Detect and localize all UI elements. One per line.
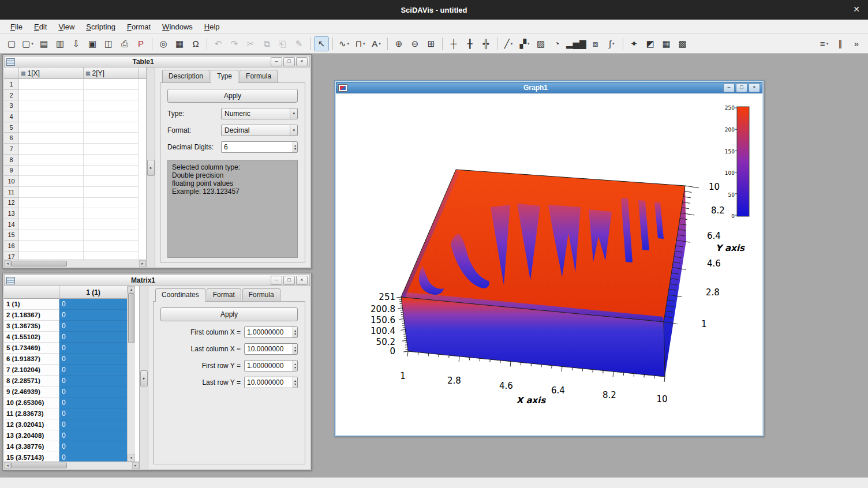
matrix1-row-header[interactable]: 11 (2.83673) <box>4 408 59 419</box>
table1-cell[interactable] <box>84 219 139 230</box>
matrix1-row-header[interactable]: 8 (2.28571) <box>4 376 59 386</box>
graph1-close-button[interactable]: × <box>749 83 760 92</box>
toolbar-add-image-icon[interactable]: ▨ <box>533 36 548 51</box>
matrix1-cell-selected[interactable]: 0 <box>59 397 127 408</box>
menu-view[interactable]: View <box>53 21 80 33</box>
matrix1-vscroll-track[interactable] <box>128 343 135 455</box>
table1-row-number[interactable]: 2 <box>4 90 19 101</box>
matrix1-cell-selected[interactable]: 0 <box>59 376 127 386</box>
toolbar-zoom-in-icon[interactable]: ⊕ <box>391 36 406 51</box>
menu-scripting[interactable]: Scripting <box>80 21 121 33</box>
matrix1-cell-selected[interactable]: 0 <box>59 354 127 365</box>
toolbar-screen-reader-icon[interactable]: ┼ <box>446 36 461 51</box>
toolbar-plot-3d-surface-icon[interactable]: ◩ <box>643 36 658 51</box>
matrix1-cell-selected[interactable]: 0 <box>59 452 127 461</box>
menu-help[interactable]: Help <box>199 21 226 33</box>
decimal-digits-spinbox[interactable]: 6 ▴▾ <box>221 141 298 153</box>
matrix1-tab-format[interactable]: Format <box>207 288 241 301</box>
table1-cell[interactable] <box>19 79 84 90</box>
menu-windows[interactable]: Windows <box>156 21 199 33</box>
table1-cell[interactable] <box>84 79 139 90</box>
matrix1-grid[interactable]: 1 (1) 1 (1)02 (1.18367)03 (1.36735)04 (1… <box>4 286 140 469</box>
table1-cell[interactable] <box>19 198 84 209</box>
spin-arrows-icon[interactable]: ▴▾ <box>293 361 297 371</box>
toolbar-toolbar-overflow-icon[interactable]: » <box>849 36 864 51</box>
toolbar-draw-line-icon[interactable]: ╱▾ <box>501 36 516 51</box>
table1-cell[interactable] <box>84 90 139 101</box>
table1-row-number[interactable]: 7 <box>4 144 19 155</box>
matrix1-cell-selected[interactable]: 0 <box>59 299 127 310</box>
table1-cell[interactable] <box>19 219 84 230</box>
matrix1-cell-selected[interactable]: 0 <box>59 441 127 452</box>
spin-arrows-icon[interactable]: ▴▾ <box>293 344 297 354</box>
table1-hscroll-track[interactable] <box>67 260 139 267</box>
menu-file[interactable]: File <box>5 21 28 33</box>
table1-row-number[interactable]: 14 <box>4 219 19 230</box>
graph1-minimize-button[interactable]: – <box>723 83 735 92</box>
graph1-canvas[interactable]: 251 200.8 150.6 100.4 50.2 0 1 2.8 4.6 6… <box>336 93 762 435</box>
toolbar-new-table-icon[interactable]: ▦ <box>659 36 674 51</box>
table1-cell[interactable] <box>19 155 84 166</box>
toolbar-plot-wizard-icon[interactable]: ✦ <box>627 36 642 51</box>
spin-arrows-icon[interactable]: ▴▾ <box>293 142 297 152</box>
toolbar-print-icon[interactable]: ⎙ <box>117 36 132 51</box>
matrix1-row-header[interactable]: 9 (2.46939) <box>4 386 59 397</box>
toolbar-table-columns-icon[interactable]: ∥ <box>833 36 848 51</box>
app-close-button[interactable]: ✕ <box>853 5 860 14</box>
table1-minimize-button[interactable]: – <box>271 57 282 66</box>
matrix1-row-header[interactable]: 3 (1.36735) <box>4 321 59 332</box>
toolbar-new-matrix-icon[interactable]: ▩ <box>675 36 690 51</box>
table1-tab-formula[interactable]: Formula <box>240 70 278 82</box>
table1-cell[interactable] <box>84 176 139 187</box>
toolbar-plot-bars-icon[interactable]: ▂▅▇ <box>566 36 587 51</box>
toolbar-add-function-icon[interactable]: ▞▾ <box>517 36 532 51</box>
scroll-right-icon[interactable]: ▸ <box>139 260 146 267</box>
table1-cell[interactable] <box>19 166 84 177</box>
table1-cell[interactable] <box>84 187 139 198</box>
toolbar-data-reader-icon[interactable]: ╂ <box>462 36 477 51</box>
table1-column-header[interactable]: ▦2[Y] <box>84 67 139 78</box>
toolbar-new-aspect-icon[interactable]: ▢▾ <box>20 36 35 51</box>
surface-plot-3d[interactable]: 251 200.8 150.6 100.4 50.2 0 1 2.8 4.6 6… <box>336 93 762 435</box>
matrix1-tab-formula[interactable]: Formula <box>242 288 280 301</box>
table1-cell[interactable] <box>84 144 139 155</box>
toolbar-open-project-icon[interactable]: ▤ <box>36 36 51 51</box>
table1-cell[interactable] <box>84 166 139 177</box>
matrix1-vscroll-handle[interactable] <box>128 293 134 343</box>
table1-cell[interactable] <box>19 133 84 144</box>
table1-cell[interactable] <box>19 90 84 101</box>
matrix1-cell-selected[interactable]: 0 <box>59 310 127 321</box>
toolbar-add-text-icon[interactable]: A▾ <box>369 36 384 51</box>
graph1-maximize-button[interactable]: □ <box>736 83 747 92</box>
toolbar-table-rows-icon[interactable]: ≡▾ <box>817 36 832 51</box>
table1-row-number[interactable]: 13 <box>4 208 19 219</box>
matrix1-row-header[interactable]: 7 (2.10204) <box>4 365 59 376</box>
toolbar-save-template-icon[interactable]: ◫ <box>101 36 116 51</box>
matrix1-cell-selected[interactable]: 0 <box>59 332 127 343</box>
matrix1-vscrollbar[interactable]: ▴ ▾ <box>127 286 135 461</box>
matrix1-row-header[interactable]: 2 (1.18367) <box>4 310 59 321</box>
scroll-up-icon[interactable]: ▴ <box>128 286 135 293</box>
table1-tab-type[interactable]: Type <box>211 70 238 83</box>
table1-cell[interactable] <box>84 198 139 209</box>
menu-format[interactable]: Format <box>121 21 156 33</box>
table1-cell[interactable] <box>84 241 139 251</box>
toolbar-plot-layers-icon[interactable]: ⧈ <box>588 36 603 51</box>
table1-cell[interactable] <box>19 144 84 155</box>
table1-close-button[interactable]: × <box>296 57 308 66</box>
table1-row-number[interactable]: 10 <box>4 176 19 187</box>
table1-row-number[interactable]: 8 <box>4 155 19 166</box>
toolbar-plot-lines-icon[interactable]: ∿▾ <box>336 36 351 51</box>
matrix1-cell-selected[interactable]: 0 <box>59 321 127 332</box>
table1-row-number[interactable]: 1 <box>4 79 19 90</box>
first-column-x-spinbox[interactable]: 1.00000000▴▾ <box>244 326 298 338</box>
matrix1-apply-button[interactable]: Apply <box>160 307 298 321</box>
toolbar-import-ascii-icon[interactable]: ⇩ <box>69 36 84 51</box>
table1-row-number[interactable]: 6 <box>4 133 19 144</box>
matrix1-hscroll-track[interactable] <box>67 462 132 469</box>
matrix1-row-header[interactable]: 4 (1.55102) <box>4 332 59 343</box>
matrix1-row-header[interactable]: 6 (1.91837) <box>4 354 59 365</box>
menu-edit[interactable]: Edit <box>28 21 53 33</box>
table1-cell[interactable] <box>19 122 84 133</box>
matrix1-row-header[interactable]: 15 (3.57143) <box>4 452 59 461</box>
